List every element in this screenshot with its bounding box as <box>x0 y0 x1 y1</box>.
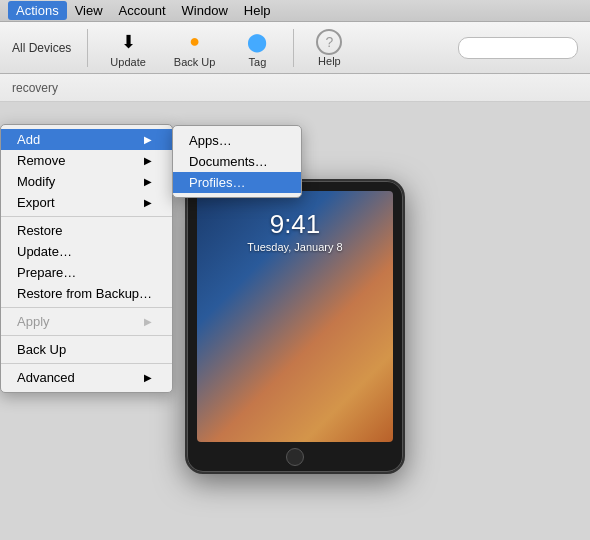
toolbar-divider-1 <box>87 29 88 67</box>
ipad-device: 9:41 Tuesday, January 8 <box>185 179 405 474</box>
menubar-item-actions[interactable]: Actions <box>8 1 67 20</box>
menubar-item-view[interactable]: View <box>67 1 111 20</box>
menubar-item-help[interactable]: Help <box>236 1 279 20</box>
toolbar-backup-button[interactable]: ● Back Up <box>168 26 222 70</box>
ipad-time: 9:41 <box>197 209 393 240</box>
toolbar-help-button[interactable]: ? Help <box>310 27 348 69</box>
menu-item-modify[interactable]: Modify ▶ <box>1 171 172 192</box>
apply-arrow-icon: ▶ <box>144 316 152 327</box>
menubar-item-window[interactable]: Window <box>174 1 236 20</box>
menu-item-restore[interactable]: Restore <box>1 220 172 241</box>
menu-item-export[interactable]: Export ▶ <box>1 192 172 213</box>
toolbar: All Devices ⬇ Update ● Back Up ⬤ Tag ? H… <box>0 22 590 74</box>
subtitle-bar: recovery <box>0 74 590 102</box>
menu-item-add[interactable]: Add ▶ <box>1 129 172 150</box>
actions-menu-overlay: Add ▶ Apps… Documents… Profiles… Remove … <box>0 124 173 393</box>
subtitle-text: recovery <box>12 81 58 95</box>
all-devices-label: All Devices <box>12 41 71 55</box>
menu-item-prepare[interactable]: Prepare… <box>1 262 172 283</box>
ipad-date: Tuesday, January 8 <box>197 241 393 253</box>
menu-item-restore-backup[interactable]: Restore from Backup… <box>1 283 172 304</box>
toolbar-divider-2 <box>293 29 294 67</box>
export-arrow-icon: ▶ <box>144 197 152 208</box>
submenu-item-apps[interactable]: Apps… <box>173 130 301 151</box>
ipad-screen: 9:41 Tuesday, January 8 <box>197 191 393 442</box>
advanced-arrow-icon: ▶ <box>144 372 152 383</box>
add-submenu: Apps… Documents… Profiles… <box>172 125 302 198</box>
menu-sep-1 <box>1 216 172 217</box>
menu-sep-3 <box>1 335 172 336</box>
help-label: Help <box>318 55 341 67</box>
menubar: Actions View Account Window Help <box>0 0 590 22</box>
submenu-item-profiles[interactable]: Profiles… <box>173 172 301 193</box>
submenu-item-documents[interactable]: Documents… <box>173 151 301 172</box>
menu-item-update[interactable]: Update… <box>1 241 172 262</box>
actions-menu: Add ▶ Apps… Documents… Profiles… Remove … <box>0 124 173 393</box>
menu-add-wrapper: Add ▶ Apps… Documents… Profiles… <box>1 129 172 150</box>
menu-item-advanced[interactable]: Advanced ▶ <box>1 367 172 388</box>
ipad-home-button <box>286 448 304 466</box>
remove-arrow-icon: ▶ <box>144 155 152 166</box>
backup-label: Back Up <box>174 56 216 68</box>
search-input[interactable] <box>458 37 578 59</box>
toolbar-update-button[interactable]: ⬇ Update <box>104 26 151 70</box>
menubar-item-account[interactable]: Account <box>111 1 174 20</box>
add-arrow-icon: ▶ <box>144 134 152 145</box>
tag-label: Tag <box>249 56 267 68</box>
toolbar-right <box>458 37 578 59</box>
backup-icon: ● <box>181 28 209 56</box>
menu-item-back-up[interactable]: Back Up <box>1 339 172 360</box>
update-label: Update <box>110 56 145 68</box>
toolbar-tag-button[interactable]: ⬤ Tag <box>237 26 277 70</box>
ipad-container: 9:41 Tuesday, January 8 <box>185 179 405 474</box>
menu-item-apply[interactable]: Apply ▶ <box>1 311 172 332</box>
update-icon: ⬇ <box>114 28 142 56</box>
main-content: 9:41 Tuesday, January 8 Add ▶ Apps… Docu… <box>0 102 590 540</box>
tag-icon: ⬤ <box>243 28 271 56</box>
menu-item-remove[interactable]: Remove ▶ <box>1 150 172 171</box>
menu-sep-2 <box>1 307 172 308</box>
modify-arrow-icon: ▶ <box>144 176 152 187</box>
menu-sep-4 <box>1 363 172 364</box>
help-icon: ? <box>316 29 342 55</box>
